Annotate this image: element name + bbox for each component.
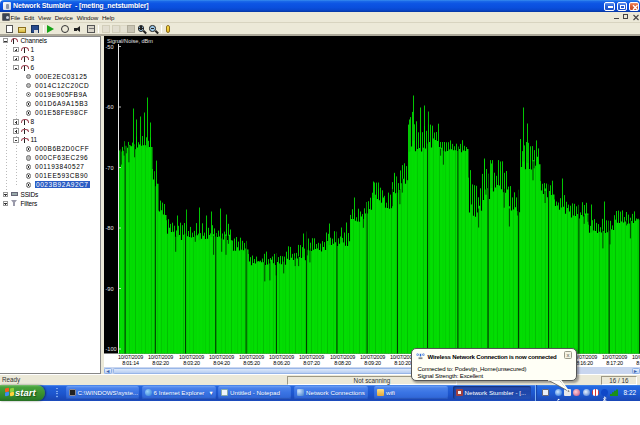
svg-text:-80: -80 — [105, 225, 113, 231]
svg-text:-50: -50 — [105, 44, 113, 50]
svg-text:-100: -100 — [105, 346, 116, 352]
svg-text:-70: -70 — [105, 165, 113, 171]
svg-text:Signal/Noise, dBm: Signal/Noise, dBm — [107, 38, 153, 44]
svg-text:-90: -90 — [105, 286, 113, 292]
svg-text:-60: -60 — [105, 104, 113, 110]
